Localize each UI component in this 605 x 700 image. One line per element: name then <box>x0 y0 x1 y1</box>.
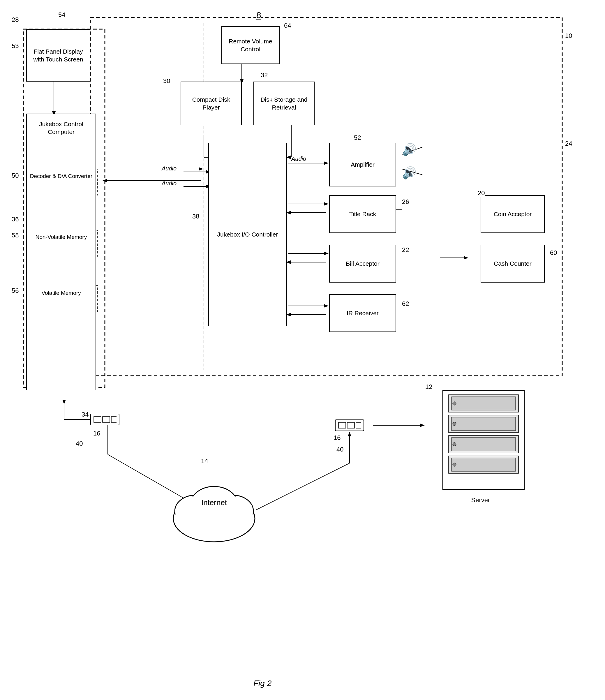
num-22: 22 <box>402 246 409 254</box>
remote-volume-box: Remote Volume Control <box>221 26 280 64</box>
svg-marker-56 <box>62 400 66 404</box>
svg-rect-68 <box>338 422 346 428</box>
svg-marker-7 <box>103 179 107 182</box>
svg-marker-24 <box>324 252 329 255</box>
num-14: 14 <box>201 457 208 465</box>
volatile-label: Volatile Memory <box>29 290 93 296</box>
num-26: 26 <box>402 198 409 206</box>
svg-rect-70 <box>356 422 361 428</box>
svg-marker-28 <box>324 304 329 308</box>
svg-text:Audio: Audio <box>161 165 177 172</box>
svg-rect-78 <box>452 438 515 451</box>
num-38: 38 <box>192 212 199 220</box>
num-53: 53 <box>11 42 19 50</box>
svg-marker-16 <box>324 161 329 165</box>
svg-marker-20 <box>324 202 329 206</box>
num-40b: 40 <box>336 446 344 453</box>
num-24: 24 <box>565 140 572 147</box>
modem-right <box>335 420 364 431</box>
num-16a: 16 <box>93 430 100 437</box>
svg-text:Audio: Audio <box>161 180 177 186</box>
num-32: 32 <box>261 71 268 79</box>
num-34: 34 <box>81 411 89 418</box>
ir-receiver-box: IR Receiver <box>329 294 396 332</box>
speaker-icon-2: 🔊 <box>402 166 417 180</box>
speaker-icon-1: 🔊 <box>402 143 417 156</box>
disk-storage-box: Disk Storage and Retrieval <box>253 81 314 125</box>
svg-rect-59 <box>111 417 117 422</box>
jukebox-control-box: Jukebox Control Computer <box>26 114 96 390</box>
num-28: 28 <box>11 16 19 24</box>
svg-marker-5 <box>199 167 203 171</box>
svg-point-82 <box>453 443 456 446</box>
num-54: 54 <box>58 11 65 19</box>
svg-rect-77 <box>452 417 515 430</box>
server-box: Server <box>425 388 536 504</box>
num-20: 20 <box>478 189 485 197</box>
svg-marker-51 <box>348 432 351 436</box>
title-rack-box: Title Rack <box>329 195 396 233</box>
decoder-label: Decoder & D/A Converter <box>29 173 93 179</box>
svg-point-81 <box>453 422 456 426</box>
num-62: 62 <box>402 300 409 308</box>
svg-rect-58 <box>103 417 110 422</box>
svg-point-80 <box>453 402 456 405</box>
svg-marker-53 <box>420 424 425 427</box>
compact-disk-box: Compact Disk Player <box>181 81 242 125</box>
num-8: 8 <box>256 10 261 20</box>
svg-rect-57 <box>94 417 101 422</box>
cash-counter-box: Cash Counter <box>481 245 545 282</box>
bill-acceptor-box: Bill Acceptor <box>329 245 396 282</box>
num-64: 64 <box>284 22 291 29</box>
num-56: 56 <box>11 287 19 295</box>
fig-caption: Fig 2 <box>253 679 272 688</box>
modem-left <box>90 414 120 425</box>
svg-marker-34 <box>464 256 469 259</box>
coin-acceptor-box: Coin Acceptor <box>481 195 545 233</box>
amplifier-box: Amplifier <box>329 143 396 186</box>
svg-point-83 <box>453 463 456 466</box>
num-50: 50 <box>11 172 19 179</box>
num-52: 52 <box>354 134 361 142</box>
num-30: 30 <box>163 77 170 85</box>
num-40a: 40 <box>76 440 83 447</box>
diagram: Audio Audio Audio 28 53 54 8 10 <box>0 0 605 700</box>
svg-rect-69 <box>347 422 354 428</box>
num-60: 60 <box>550 249 557 257</box>
num-10: 10 <box>565 32 572 40</box>
num-58: 58 <box>11 231 19 239</box>
svg-text:Audio: Audio <box>291 155 306 162</box>
svg-rect-79 <box>452 458 515 471</box>
num-12: 12 <box>425 383 432 391</box>
jukebox-io-box: Jukebox I/O Controller <box>208 143 287 326</box>
num-36: 36 <box>11 216 19 223</box>
svg-rect-76 <box>452 397 515 410</box>
internet-cloud: Internet <box>163 466 265 548</box>
non-volatile-label: Non-Volatile Memory <box>29 234 93 240</box>
num-16b: 16 <box>333 434 341 442</box>
svg-line-49 <box>256 463 350 510</box>
flat-panel-box: Flat Panel Display with Touch Screen <box>26 29 90 81</box>
